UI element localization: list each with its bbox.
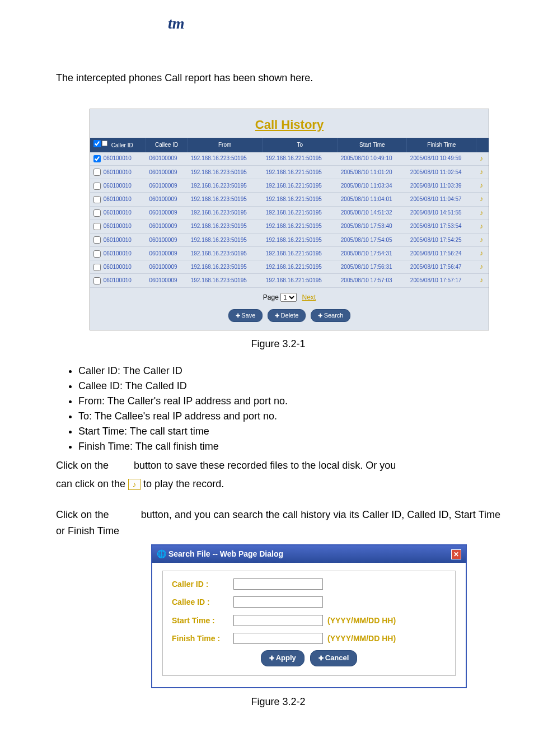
cancel-button[interactable]: Cancel	[310, 650, 358, 666]
row-checkbox[interactable]	[93, 209, 101, 217]
table-row: 060100010060100009192.168.16.223:5019519…	[90, 274, 489, 287]
call-history-table: Caller ID Callee ID From To Start Time F…	[90, 138, 489, 288]
row-checkbox[interactable]	[93, 223, 101, 230]
call-history-panel: Call History Caller ID Callee ID From To…	[90, 109, 489, 331]
music-note-icon[interactable]: ♪	[480, 236, 483, 244]
apply-button[interactable]: Apply	[261, 650, 305, 666]
table-row: 060100010060100009192.168.16.223:5019519…	[90, 193, 489, 206]
dialog-title-text: 🌐 Search File -- Web Page Dialog	[157, 548, 283, 560]
search-button[interactable]: Search	[311, 309, 351, 323]
table-row: 060100010060100009192.168.16.223:5019519…	[90, 247, 489, 260]
logo: tm	[168, 11, 500, 36]
figure-1-caption: Figure 3.2-1	[56, 336, 500, 352]
table-row: 060100010060100009192.168.16.223:5019519…	[90, 260, 489, 274]
row-checkbox[interactable]	[93, 236, 101, 244]
music-note-icon[interactable]: ♪	[480, 155, 483, 162]
finish-time-label: Finish Time :	[172, 632, 233, 645]
list-item: Finish Time: The call finish time	[78, 439, 500, 454]
start-time-input[interactable]	[233, 615, 323, 626]
para-play: can click on the ♪ to play the record.	[56, 476, 500, 492]
para-save: Click on the button to save these record…	[56, 458, 500, 474]
close-icon[interactable]: ✕	[451, 549, 461, 559]
list-item: From: The Caller's real IP address and p…	[78, 394, 500, 409]
table-row: 060100010060100009192.168.16.223:5019519…	[90, 206, 489, 220]
start-time-label: Start Time :	[172, 614, 233, 627]
music-note-icon[interactable]: ♪	[480, 195, 483, 203]
page-label: Page	[263, 293, 279, 301]
music-note-icon[interactable]: ♪	[480, 222, 483, 230]
row-checkbox[interactable]	[93, 277, 101, 284]
row-checkbox[interactable]	[93, 183, 101, 190]
finish-time-input[interactable]	[233, 633, 323, 644]
save-button[interactable]: Save	[228, 309, 263, 323]
button-row: Save Delete Search	[90, 305, 489, 325]
bullet-list: Caller ID: The Caller IDCallee ID: The C…	[56, 363, 500, 454]
music-note-icon[interactable]: ♪	[480, 249, 483, 257]
para-search: Click on the button, and you can search …	[56, 507, 500, 539]
col-to: To	[263, 138, 338, 152]
col-start-time: Start Time	[338, 138, 407, 152]
start-hint: (YYYY/MM/DD HH)	[327, 614, 396, 627]
delete-button[interactable]: Delete	[268, 309, 306, 323]
callee-id-input[interactable]	[233, 596, 323, 608]
list-item: To: The Callee's real IP address and por…	[78, 409, 500, 424]
table-row: 060100010060100009192.168.16.223:5019519…	[90, 220, 489, 233]
next-link[interactable]: Next	[302, 293, 316, 301]
row-checkbox[interactable]	[93, 250, 101, 258]
music-note-icon[interactable]: ♪	[480, 181, 483, 189]
caller-id-input[interactable]	[233, 578, 323, 590]
call-history-title: Call History	[90, 109, 489, 138]
col-from: From	[188, 138, 263, 152]
col-caller-id: Caller ID	[90, 138, 146, 152]
logo-text: tm	[168, 15, 185, 32]
music-note-icon[interactable]: ♪	[480, 263, 483, 270]
col-callee-id: Callee ID	[146, 138, 187, 152]
caller-id-label: Caller ID :	[172, 578, 233, 590]
list-item: Start Time: The call start time	[78, 424, 500, 439]
row-checkbox[interactable]	[93, 264, 101, 271]
list-item: Callee ID: The Called ID	[78, 379, 500, 394]
music-note-icon: ♪	[128, 479, 140, 490]
table-row: 060100010060100009192.168.16.223:5019519…	[90, 165, 489, 179]
music-note-icon[interactable]: ♪	[480, 276, 483, 284]
music-note-icon[interactable]: ♪	[480, 168, 483, 176]
col-finish-time: Finish Time	[407, 138, 476, 152]
row-checkbox[interactable]	[93, 155, 101, 162]
music-note-icon[interactable]: ♪	[480, 209, 483, 217]
col-play	[476, 138, 489, 152]
table-row: 060100010060100009192.168.16.223:5019519…	[90, 233, 489, 246]
select-all-checkbox[interactable]	[93, 140, 101, 147]
callee-id-label: Callee ID :	[172, 596, 233, 608]
row-checkbox[interactable]	[93, 169, 101, 176]
search-dialog: 🌐 Search File -- Web Page Dialog ✕ Calle…	[151, 544, 467, 688]
pager: Page 1 Next	[90, 288, 489, 305]
intro-text: The intercepted phones Call report has b…	[56, 70, 500, 86]
list-item: Caller ID: The Caller ID	[78, 363, 500, 379]
finish-hint: (YYYY/MM/DD HH)	[327, 632, 396, 645]
figure-2-caption: Figure 3.2-2	[56, 694, 500, 710]
table-row: 060100010060100009192.168.16.223:5019519…	[90, 152, 489, 166]
dialog-titlebar: 🌐 Search File -- Web Page Dialog ✕	[152, 545, 466, 562]
row-checkbox[interactable]	[93, 196, 101, 203]
table-row: 060100010060100009192.168.16.223:5019519…	[90, 179, 489, 193]
page-select[interactable]: 1	[280, 293, 297, 302]
